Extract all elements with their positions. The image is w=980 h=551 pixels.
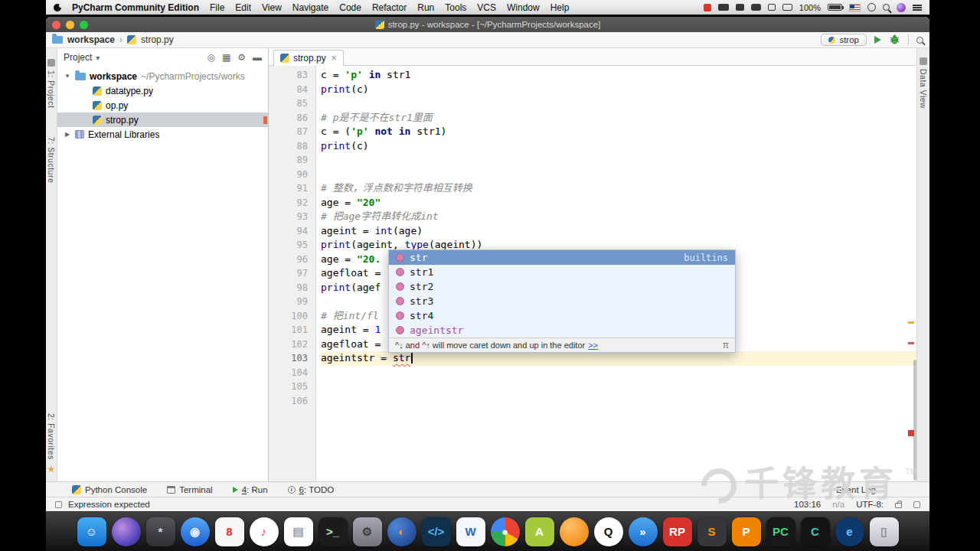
dock-clion-icon[interactable]: C [801,517,830,546]
dock-terminal-icon[interactable]: >_ [318,517,348,546]
chevron-down-icon[interactable]: ▾ [96,54,100,62]
line-number: 85 [269,96,308,111]
editor-scrollbar[interactable] [913,360,916,481]
dock-thunder-icon[interactable]: » [629,517,658,546]
dock-firefox-icon[interactable]: ◐ [387,517,416,546]
warning-stripe-mark[interactable] [908,321,914,324]
battery-icon[interactable] [828,4,842,11]
input-language-flag-icon[interactable] [849,4,861,11]
menu-navigate[interactable]: Navigate [292,2,328,13]
dock-orange-ball-icon[interactable] [560,517,589,546]
app-menu-title[interactable]: PyCharm Community Edition [72,2,199,13]
dock-safari-icon[interactable]: ◉ [181,517,210,546]
completion-item-str3[interactable]: str3 [389,294,735,308]
completion-item-ageintstr[interactable]: ageintstr [389,323,735,337]
completion-item-str2[interactable]: str2 [389,279,735,294]
tool-button-terminal[interactable]: Terminal [167,485,212,494]
dock-notes-icon[interactable]: ▤ [284,517,313,546]
search-everywhere-icon[interactable] [916,37,923,44]
menu-vcs[interactable]: VCS [477,2,496,13]
car-icon[interactable] [718,4,729,11]
completion-item-str1[interactable]: str1 [389,265,735,279]
dock-browser-8-icon[interactable]: 8 [215,517,244,546]
run-button[interactable] [874,36,881,44]
dock-itunes-icon[interactable]: ♪ [250,517,279,546]
display-icon[interactable] [768,4,776,11]
dock-siri-icon[interactable] [112,517,141,546]
settings-gear-icon[interactable]: ⚙ [237,52,246,63]
menu-run[interactable]: Run [417,2,434,13]
dock-qq-icon[interactable]: Q [594,517,623,546]
menu-code[interactable]: Code [339,2,361,13]
tool-button-run[interactable]: 4: Run [233,485,268,494]
dock-rp-app-icon[interactable]: RP [663,517,692,546]
minimize-window-button[interactable] [66,21,74,29]
menu-window[interactable]: Window [507,2,540,13]
project-file-datatype-py[interactable]: datatype.py [57,83,268,98]
dock-pycharm-icon[interactable]: PC [766,517,795,546]
expanded-arrow-icon[interactable]: ▼ [64,73,71,80]
zoom-window-button[interactable] [80,21,88,29]
read-only-lock-icon[interactable] [895,503,902,508]
external-libraries-row[interactable]: ▶ External Libraries [57,127,268,142]
tool-button-python-console[interactable]: Python Console [72,485,147,494]
window-title-bar[interactable]: strop.py - workspace - [~/PycharmProject… [46,17,929,32]
project-file-strop-py[interactable]: strop.py [57,112,268,127]
breadcrumb-file[interactable]: strop.py [141,34,174,45]
menu-edit[interactable]: Edit [235,2,251,13]
siri-icon[interactable] [897,3,906,12]
dock-launchpad-icon[interactable]: * [146,517,175,546]
volume-icon[interactable] [782,4,792,11]
apple-menu-icon[interactable] [54,4,61,11]
tool-button-structure[interactable]: 7: Structure [47,137,56,183]
editor-body[interactable]: 8384858687888990919293949596979899100101… [269,66,916,481]
notification-center-icon[interactable] [913,5,922,11]
line-number: 94 [269,224,308,239]
collapse-all-icon[interactable]: ▦ [222,52,230,63]
completion-item-str4[interactable]: str4 [389,308,735,323]
tool-button-data-view[interactable]: Data View [919,57,928,109]
menu-help[interactable]: Help [550,2,570,13]
menu-tools[interactable]: Tools [445,2,466,13]
close-window-button[interactable] [52,21,60,29]
dock-word-icon[interactable]: W [456,517,485,546]
error-stripe-mark[interactable] [908,342,914,344]
project-panel-title[interactable]: Project [64,52,92,63]
menu-file[interactable]: File [210,2,224,13]
watermark-text: 千锋教育 [744,465,897,504]
completion-item-str[interactable]: str builtins [389,250,735,265]
tool-windows-toggle-icon[interactable] [55,501,62,508]
phone-icon[interactable] [736,4,744,11]
dock-system-preferences-icon[interactable]: ⚙ [353,517,382,546]
tool-button-project[interactable]: 1: Project [47,59,56,108]
locate-file-icon[interactable]: ◎ [207,52,214,63]
dock-code-editor-icon[interactable]: </> [422,517,451,546]
dock-browser-e-icon[interactable]: e [835,517,864,546]
spotlight-search-icon[interactable] [883,4,890,11]
sort-alphabetically-icon[interactable]: π [723,340,729,350]
menu-refactor[interactable]: Refactor [372,2,407,13]
tool-button-favorites[interactable]: 2: Favorites [47,413,56,460]
close-tab-icon[interactable]: × [332,53,337,64]
screen-recording-icon[interactable] [704,4,711,11]
hide-panel-icon[interactable]: ▬ [253,52,262,63]
dock-chrome-icon[interactable]: ● [491,517,520,546]
dock-android-icon[interactable]: A [525,517,554,546]
dock-trash-icon[interactable]: ▯ [870,517,899,546]
breadcrumb-workspace[interactable]: workspace [67,34,115,45]
dock-finder-icon[interactable]: ☺ [77,517,106,546]
debug-button[interactable] [889,34,900,45]
project-root-row[interactable]: ▼ workspace ~/PycharmProjects/works [57,69,268,83]
dock-p-app-icon[interactable]: P [732,517,761,546]
keyboard-icon[interactable] [751,4,761,11]
run-configuration-select[interactable]: strop [821,34,867,46]
project-file-op-py[interactable]: op.py [57,98,268,112]
collapsed-arrow-icon[interactable]: ▶ [64,131,71,138]
tool-button-todo[interactable]: 6: TODO [288,485,335,494]
hint-more-link[interactable]: >> [588,341,598,350]
menu-view[interactable]: View [262,2,282,13]
libraries-icon [75,130,84,139]
dock-sublime-icon[interactable]: S [697,517,727,546]
tab-strop-py[interactable]: strop.py × [273,50,344,66]
clock-icon[interactable] [867,3,876,11]
